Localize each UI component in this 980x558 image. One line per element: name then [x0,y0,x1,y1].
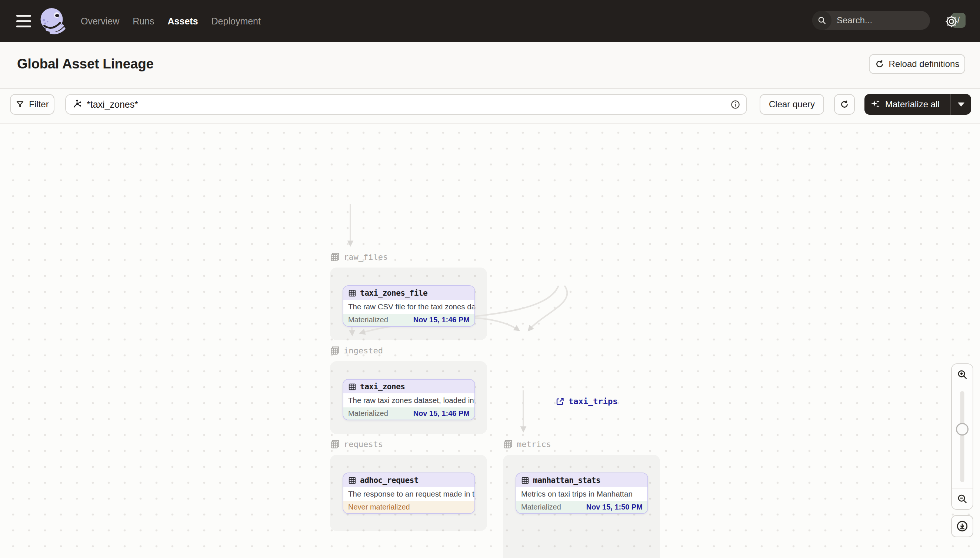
zoom-out-button[interactable] [952,488,973,509]
page-title: Global Asset Lineage [17,56,154,72]
nav-item-runs[interactable]: Runs [133,16,154,27]
nav-item-assets[interactable]: Assets [168,16,198,27]
search-icon [812,11,832,30]
menu-icon[interactable] [16,15,31,27]
asset-name: taxi_zones_file [360,289,427,297]
table-icon [348,476,356,484]
materialize-all-main[interactable]: Materialize all [865,99,950,110]
asset-query-input[interactable] [82,99,730,110]
materialization-timestamp[interactable]: Nov 15, 1:46 PM [413,316,469,324]
lineage-query-icon [72,99,82,110]
refresh-icon [840,100,849,109]
primary-nav: Overview Runs Assets Deployment [81,0,261,42]
asset-name: manhattan_stats [533,476,600,485]
group-table-stack-icon [503,439,513,449]
external-asset-taxi_trips[interactable]: taxi_trips [555,397,618,406]
external-asset-name: taxi_trips [568,397,618,406]
nav-item-overview[interactable]: Overview [81,16,119,27]
external-link-icon [555,397,565,406]
zoom-slider [952,385,973,488]
status-badge: Materialized [348,409,388,418]
filter-button[interactable]: Filter [10,94,54,115]
clear-query-label: Clear query [769,99,815,110]
table-icon [348,289,356,297]
asset-name: taxi_zones [360,382,405,391]
table-icon [521,476,529,484]
global-search[interactable]: / [812,11,930,30]
group-name: raw_files [344,252,388,262]
group-label-ingested[interactable]: ingested [330,345,383,356]
zoom-panel [951,363,973,510]
status-badge: Never materialized [348,503,410,511]
reload-definitions-label: Reload definitions [889,59,960,69]
group-label-requests[interactable]: requests [330,439,383,449]
zoom-slider-track[interactable] [960,391,964,482]
asset-node-adhoc_request[interactable]: adhoc_request The response to an request… [343,473,475,514]
query-info-icon[interactable] [730,100,740,110]
reload-icon [875,59,884,69]
asset-node-header: taxi_zones [343,380,474,393]
materialization-timestamp[interactable]: Nov 15, 1:50 PM [586,503,642,511]
group-label-raw_files[interactable]: raw_files [330,252,388,262]
asset-node-header: manhattan_stats [516,473,647,487]
zoom-slider-handle[interactable] [956,423,968,435]
asset-status-bar: Never materialized [343,501,474,513]
dagster-logo-icon[interactable] [38,6,68,36]
reload-definitions-button[interactable]: Reload definitions [869,54,965,74]
group-name: metrics [517,440,551,449]
zoom-in-button[interactable] [952,364,973,385]
asset-description: The raw taxi zones dataset, loaded int..… [343,393,474,407]
asset-name: adhoc_request [360,476,418,485]
dagster-global-asset-lineage: Overview Runs Assets Deployment / Global… [0,0,980,558]
status-badge: Materialized [348,316,388,324]
nav-item-deployment[interactable]: Deployment [211,16,261,27]
group-table-stack-icon [330,345,340,356]
download-icon [956,520,968,532]
page-header: Global Asset Lineage [0,42,980,89]
status-badge: Materialized [521,503,561,511]
table-icon [348,382,356,391]
download-view-button[interactable] [951,515,973,537]
filter-funnel-icon [16,100,25,109]
asset-description: The response to an request made in th... [343,487,474,501]
asset-node-header: taxi_zones_file [343,286,474,300]
lineage-toolbar: Filter Clear query [0,89,980,123]
asset-query-field [65,94,747,115]
lineage-canvas[interactable] [0,123,980,558]
asset-node-taxi_zones[interactable]: taxi_zones The raw taxi zones dataset, l… [343,379,475,420]
asset-node-header: adhoc_request [343,473,474,487]
materialize-dropdown-toggle[interactable] [950,94,971,115]
materialize-all-label: Materialize all [885,99,940,110]
zoom-in-icon [957,369,968,380]
asset-status-bar: Materialized Nov 15, 1:46 PM [343,314,474,326]
clear-query-button[interactable]: Clear query [759,94,824,115]
group-name: requests [344,440,383,449]
refresh-graph-button[interactable] [834,94,855,115]
settings-gear-icon[interactable] [944,14,959,29]
asset-node-taxi_zones_file[interactable]: taxi_zones_file The raw CSV file for the… [343,285,475,327]
group-table-stack-icon [330,439,340,449]
asset-status-bar: Materialized Nov 15, 1:50 PM [516,501,647,513]
asset-node-manhattan_stats[interactable]: manhattan_stats Metrics on taxi trips in… [516,473,648,514]
zoom-out-icon [957,493,968,504]
search-input[interactable] [832,15,952,26]
filter-label: Filter [29,99,48,110]
materialize-all-button[interactable]: Materialize all [865,94,971,115]
materialization-timestamp[interactable]: Nov 15, 1:46 PM [413,409,469,418]
group-table-stack-icon [330,252,340,262]
group-label-metrics[interactable]: metrics [503,439,551,449]
asset-description: Metrics on taxi trips in Manhattan [516,487,647,501]
chevron-down-icon [958,102,964,107]
sparkles-icon [870,99,881,110]
group-name: ingested [344,346,383,355]
asset-status-bar: Materialized Nov 15, 1:46 PM [343,407,474,420]
asset-description: The raw CSV file for the taxi zones dat.… [343,300,474,314]
top-nav-bar: Overview Runs Assets Deployment / [0,0,980,42]
